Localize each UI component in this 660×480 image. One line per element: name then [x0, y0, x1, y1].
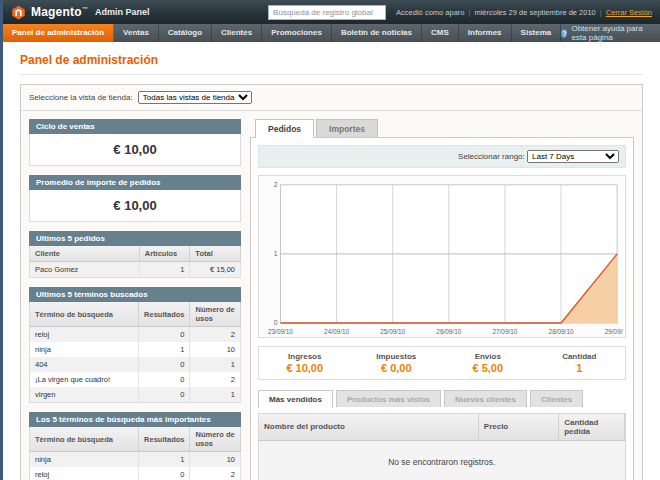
widget-title: Ultimos 5 pedidos — [29, 231, 241, 246]
stat-label: Envíos — [442, 352, 534, 361]
last-orders-widget: Ultimos 5 pedidos ClienteArtículosTotalP… — [29, 231, 241, 278]
widget-title: Los 5 términos de búsqueda más important… — [29, 412, 241, 427]
left-column: Ciclo de ventas € 10,00 Promedio de impo… — [29, 119, 241, 480]
svg-text:26/09/10: 26/09/10 — [436, 328, 461, 335]
widget-title: Ultimos 5 términos buscados — [29, 287, 241, 302]
magento-logo: Magento™ Admin Panel — [11, 5, 149, 20]
store-switcher-label: Seleccione la vista de tienda: — [29, 93, 133, 102]
stat-cantidad: Cantidad1 — [534, 352, 626, 374]
column-header-resultados: Resultados — [139, 427, 190, 452]
main-nav: Panel de administraciónVentasCatálogoCli… — [3, 24, 660, 42]
dashboard-container: Seleccione la vista de tienda: Todas las… — [20, 84, 643, 480]
stat-value: € 0,00 — [351, 362, 443, 374]
svg-text:25/09/10: 25/09/10 — [380, 328, 405, 335]
logo-text: Magento™ — [31, 5, 88, 19]
stat-value: € 10,00 — [259, 362, 351, 374]
stat-label: Cantidad — [534, 352, 626, 361]
empty-message: No se encontraron registros. — [259, 440, 625, 480]
column-header-cantidad-pedida: Cantidad pedida — [559, 414, 625, 441]
svg-text:0: 0 — [274, 319, 278, 326]
lifetime-sales-widget: Ciclo de ventas € 10,00 — [29, 119, 241, 166]
last-search-table: Término de búsquedaResultadosNúmero de u… — [29, 302, 241, 403]
dashboard-columns: Ciclo de ventas € 10,00 Promedio de impo… — [21, 111, 642, 480]
logout-link[interactable]: Cerrar Sesión — [606, 8, 652, 17]
tab-clientes[interactable]: Clientes — [530, 390, 583, 407]
svg-text:23/09/10: 23/09/10 — [268, 328, 293, 335]
nav-item-informes[interactable]: Informes — [459, 24, 512, 42]
table-row: ninja110 — [30, 452, 241, 468]
range-select[interactable]: Last 7 Days — [527, 150, 619, 163]
table-row: virgen01 — [30, 387, 241, 403]
column-header-numero-de-usos: Número de usos — [190, 427, 241, 452]
main-nav-items: Panel de administraciónVentasCatálogoCli… — [3, 24, 561, 42]
help-link[interactable]: ? Obtener ayuda para esta página — [561, 24, 660, 42]
column-header-articulos: Artículos — [139, 246, 190, 262]
table-row: ¡La virgen que cuadro!02 — [30, 372, 241, 387]
orders-chart: 01223/09/1024/09/1025/09/1026/09/1027/09… — [258, 175, 626, 338]
widget-title: Promedio de importe de pedidos — [29, 175, 241, 190]
dashboard-tabs: PedidosImportes — [250, 119, 634, 137]
stat-envios: Envíos€ 5,00 — [442, 352, 534, 374]
top-search-table: Término de búsquedaResultadosNúmero de u… — [29, 427, 241, 480]
current-date: miércoles 29 de septiembre de 2010 — [474, 8, 595, 17]
last-search-terms-widget: Ultimos 5 términos buscados Término de b… — [29, 287, 241, 403]
lifetime-sales-value: € 10,00 — [29, 134, 241, 166]
svg-text:28/09/10: 28/09/10 — [549, 328, 574, 335]
page-content: Panel de administración Seleccione la vi… — [3, 42, 660, 480]
tab-productos-mas-vistos[interactable]: Productos más vistos — [336, 390, 441, 407]
user-info: Accedió como aparomiércoles 29 de septie… — [396, 8, 652, 17]
range-bar: Seleccionar rango: Last 7 Days — [258, 145, 626, 168]
help-icon: ? — [561, 29, 567, 38]
global-search-input[interactable] — [268, 5, 386, 20]
stat-ingresos: Ingresos€ 10,00 — [259, 352, 351, 374]
top-search-terms-widget: Los 5 términos de búsqueda más important… — [29, 412, 241, 480]
nav-item-promociones[interactable]: Promociones — [262, 24, 332, 42]
magento-admin-window: Magento™ Admin Panel Accedió como aparom… — [0, 0, 660, 480]
products-grid-wrap: Nombre del productoPrecioCantidad pedida… — [258, 413, 626, 480]
nav-item-catalogo[interactable]: Catálogo — [159, 24, 212, 42]
tab-pedidos[interactable]: Pedidos — [255, 119, 314, 138]
tab-mas-vendidos[interactable]: Más vendidos — [258, 390, 333, 408]
stat-value: 1 — [534, 362, 626, 374]
header: Magento™ Admin Panel Accedió como aparom… — [3, 0, 660, 24]
tab-nuevos-clientes[interactable]: Nuevos clientes — [444, 390, 527, 407]
svg-text:2: 2 — [274, 181, 278, 188]
stat-impuestos: Impuestos€ 0,00 — [351, 352, 443, 374]
column-header-precio: Precio — [478, 414, 558, 441]
nav-item-ventas[interactable]: Ventas — [114, 24, 159, 42]
help-label: Obtener ayuda para esta página — [571, 24, 650, 42]
column-header-total: Total — [190, 246, 241, 262]
store-view-select[interactable]: Todas las vistas de tienda — [138, 91, 252, 104]
stats-row: Ingresos€ 10,00Impuestos€ 0,00Envíos€ 5,… — [258, 346, 626, 380]
table-row: 40401 — [30, 357, 241, 372]
column-header-termino-de-busqueda: Término de búsqueda — [30, 302, 139, 327]
table-row: ninja110 — [30, 342, 241, 357]
average-orders-widget: Promedio de importe de pedidos € 10,00 — [29, 175, 241, 222]
svg-text:24/09/10: 24/09/10 — [324, 328, 349, 335]
page-title: Panel de administración — [20, 49, 643, 75]
column-header-cliente: Cliente — [30, 246, 140, 262]
column-header-resultados: Resultados — [139, 302, 190, 327]
nav-item-clientes[interactable]: Clientes — [212, 24, 262, 42]
bottom-tabs: Más vendidosProductos más vistosNuevos c… — [258, 390, 626, 407]
magento-logo-icon — [11, 5, 26, 20]
column-header-termino-de-busqueda: Término de búsqueda — [30, 427, 139, 452]
stat-label: Impuestos — [351, 352, 443, 361]
nav-item-sistema[interactable]: Sistema — [512, 24, 562, 42]
stat-label: Ingresos — [259, 352, 351, 361]
svg-text:27/09/10: 27/09/10 — [492, 328, 517, 335]
logged-in-as: Accedió como aparo — [396, 8, 464, 17]
last-orders-table: ClienteArtículosTotalPaco Gomez1€ 15,00 — [29, 246, 241, 278]
nav-item-boletin-de-noticias[interactable]: Boletín de noticias — [332, 24, 422, 42]
widget-title: Ciclo de ventas — [29, 119, 241, 134]
store-switcher: Seleccione la vista de tienda: Todas las… — [21, 85, 642, 111]
trademark: ™ — [82, 6, 88, 12]
range-label: Seleccionar rango: — [458, 152, 525, 161]
logo-suffix: Admin Panel — [95, 7, 150, 17]
orders-panel: Seleccionar rango: Last 7 Days 01223/09/… — [250, 137, 634, 480]
stat-value: € 5,00 — [442, 362, 534, 374]
nav-item-panel-de-administracion[interactable]: Panel de administración — [3, 24, 114, 42]
nav-item-cms[interactable]: CMS — [422, 24, 459, 42]
column-header-nombre-del-producto: Nombre del producto — [259, 414, 478, 441]
tab-importes[interactable]: Importes — [316, 119, 378, 137]
